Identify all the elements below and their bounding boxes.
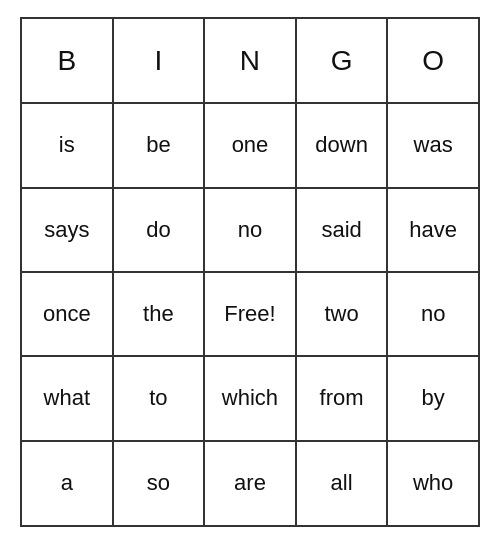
bingo-cell: one	[204, 103, 296, 187]
bingo-cell: down	[296, 103, 388, 187]
bingo-row: whattowhichfromby	[22, 356, 478, 440]
bingo-cell: be	[113, 103, 205, 187]
header-cell: G	[296, 19, 388, 103]
bingo-cell: no	[387, 272, 478, 356]
bingo-cell: a	[22, 441, 113, 525]
bingo-cell: Free!	[204, 272, 296, 356]
bingo-row: oncetheFree!twono	[22, 272, 478, 356]
bingo-cell: two	[296, 272, 388, 356]
header-row: BINGO	[22, 19, 478, 103]
bingo-cell: which	[204, 356, 296, 440]
bingo-cell: from	[296, 356, 388, 440]
bingo-cell: is	[22, 103, 113, 187]
bingo-cell: have	[387, 188, 478, 272]
bingo-cell: once	[22, 272, 113, 356]
bingo-cell: what	[22, 356, 113, 440]
bingo-cell: do	[113, 188, 205, 272]
bingo-row: asoareallwho	[22, 441, 478, 525]
bingo-cell: said	[296, 188, 388, 272]
header-cell: I	[113, 19, 205, 103]
bingo-cell: are	[204, 441, 296, 525]
bingo-cell: so	[113, 441, 205, 525]
header-cell: O	[387, 19, 478, 103]
bingo-cell: to	[113, 356, 205, 440]
bingo-card: BINGOisbeonedownwassaysdonosaidhaveoncet…	[20, 17, 480, 527]
bingo-cell: no	[204, 188, 296, 272]
bingo-row: isbeonedownwas	[22, 103, 478, 187]
header-cell: N	[204, 19, 296, 103]
bingo-cell: says	[22, 188, 113, 272]
header-cell: B	[22, 19, 113, 103]
bingo-cell: was	[387, 103, 478, 187]
bingo-cell: all	[296, 441, 388, 525]
bingo-row: saysdonosaidhave	[22, 188, 478, 272]
bingo-cell: the	[113, 272, 205, 356]
bingo-cell: by	[387, 356, 478, 440]
bingo-cell: who	[387, 441, 478, 525]
